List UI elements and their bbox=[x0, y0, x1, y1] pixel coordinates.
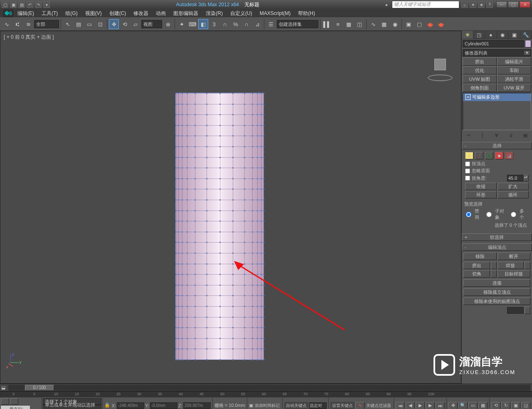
remove-button[interactable]: 移除 bbox=[463, 253, 497, 260]
percent-snap-icon[interactable]: % bbox=[231, 19, 241, 29]
schematic-icon[interactable]: ▦ bbox=[379, 19, 389, 29]
spinner-arrows-icon[interactable]: ▴▾ bbox=[524, 175, 529, 181]
chk-ignore-back[interactable] bbox=[465, 169, 470, 174]
time-ruler[interactable]: 0510152025303540455055606570758085909510… bbox=[0, 391, 532, 397]
menu-custom[interactable]: 自定义(U) bbox=[227, 9, 256, 18]
prev-frame-icon[interactable]: ◀ bbox=[406, 402, 415, 409]
scale-icon[interactable]: ▱ bbox=[131, 19, 140, 29]
nav-zoom-icon[interactable]: 🔍 bbox=[458, 402, 468, 409]
radio-multi[interactable] bbox=[511, 212, 516, 217]
angle-snap-icon[interactable]: ∩ bbox=[220, 19, 230, 29]
subobj-vertex-icon[interactable]: ∴ bbox=[465, 152, 473, 159]
editor-icon[interactable]: ☰ bbox=[266, 19, 276, 29]
add-time-tag[interactable]: 添加时间标记 bbox=[254, 403, 281, 409]
goto-start-icon[interactable]: ⏮ bbox=[396, 402, 405, 409]
remove-unused-button[interactable]: 移除未使用的贴图顶点 bbox=[463, 297, 530, 305]
modifier-stack[interactable]: +可编辑多边形 bbox=[463, 93, 531, 130]
tab-hierarchy-icon[interactable]: ♠ bbox=[485, 31, 497, 39]
menu-group[interactable]: 组(G) bbox=[62, 9, 81, 18]
move-icon[interactable]: ✥ bbox=[109, 19, 119, 29]
new-icon[interactable]: ▢ bbox=[2, 1, 8, 8]
weight-field[interactable] bbox=[507, 307, 524, 314]
mod-turbo-button[interactable]: 涡轮平滑 bbox=[497, 75, 531, 83]
render-frame-icon[interactable]: ▢ bbox=[414, 19, 424, 29]
keymode-combo[interactable]: 选定对 bbox=[309, 402, 327, 409]
listener-icon[interactable] bbox=[10, 398, 18, 405]
coord-z[interactable] bbox=[183, 402, 211, 409]
time-slider[interactable]: ⬓ 0 / 100 bbox=[0, 384, 532, 391]
connect-button[interactable]: 连接 bbox=[463, 279, 530, 287]
radio-subobj[interactable] bbox=[486, 212, 492, 217]
menu-create[interactable]: 创建(C) bbox=[106, 9, 130, 18]
help-search[interactable]: 键入关键字或短语 bbox=[392, 1, 459, 8]
weight-spin-icon[interactable] bbox=[525, 307, 530, 314]
coord-x[interactable] bbox=[117, 402, 144, 409]
mod-optimize-button[interactable]: 优化 bbox=[463, 66, 497, 74]
menu-view[interactable]: 视图(V) bbox=[82, 9, 105, 18]
tab-create-icon[interactable]: ✳ bbox=[462, 31, 473, 39]
coord-y[interactable] bbox=[150, 402, 177, 409]
minimize-button[interactable]: ─ bbox=[496, 1, 507, 8]
help-icon[interactable]: ? bbox=[486, 1, 493, 8]
keyboard-icon[interactable]: ⌨ bbox=[187, 19, 197, 29]
play-icon[interactable]: ▶ bbox=[416, 402, 425, 409]
chk-by-vertex[interactable] bbox=[465, 161, 470, 166]
menu-help[interactable]: 帮助(H) bbox=[295, 9, 318, 18]
curve-editor-icon[interactable]: ∿ bbox=[368, 19, 378, 29]
mod-lathe-button[interactable]: 车削 bbox=[497, 66, 531, 74]
configure-icon[interactable]: ▤ bbox=[522, 132, 529, 139]
viewport-label[interactable]: [ + 0 前 0 真实 + 边面 ] bbox=[4, 34, 54, 41]
shrink-button[interactable]: 收缩 bbox=[465, 183, 497, 190]
select-rect-icon[interactable]: ▭ bbox=[84, 19, 94, 29]
radio-disable[interactable] bbox=[466, 212, 471, 217]
render-setup-icon[interactable]: ▣ bbox=[404, 19, 414, 29]
stack-item[interactable]: +可编辑多边形 bbox=[463, 93, 531, 101]
weld-button[interactable]: 焊接 bbox=[498, 262, 524, 269]
app-menu-icon[interactable]: �S bbox=[3, 10, 13, 17]
loop-button[interactable]: 循环 bbox=[498, 191, 529, 198]
select-icon[interactable]: ↖ bbox=[63, 19, 73, 29]
more-icon[interactable]: ▾ bbox=[43, 1, 50, 8]
time-thumb[interactable]: 0 / 100 bbox=[25, 385, 54, 391]
key-icon[interactable]: ∿ bbox=[355, 402, 365, 409]
exchange-icon[interactable]: ✦ bbox=[470, 1, 476, 8]
tab-utilities-icon[interactable]: 🔧 bbox=[520, 31, 532, 39]
subobj-border-icon[interactable]: ◯ bbox=[485, 152, 493, 159]
nav-pan-icon[interactable]: ✥ bbox=[448, 402, 458, 409]
render-icon[interactable]: 🫖 bbox=[425, 19, 435, 29]
menu-anim[interactable]: 动画 bbox=[153, 9, 169, 18]
rollout-selection-head[interactable]: 选择 bbox=[462, 142, 532, 149]
maximize-button[interactable]: ▢ bbox=[508, 1, 519, 8]
cylinder-object[interactable] bbox=[175, 93, 264, 360]
ref-coord-combo[interactable]: 视图 bbox=[141, 20, 162, 28]
unlink-icon[interactable]: ⑆ bbox=[12, 19, 22, 29]
binoculars-icon[interactable]: ⌕ bbox=[461, 1, 468, 8]
snap3-icon[interactable]: 3 bbox=[209, 19, 219, 29]
sel-filter-combo[interactable]: 全部 bbox=[34, 20, 59, 28]
break-button[interactable]: 断开 bbox=[498, 253, 531, 260]
info-icon[interactable]: ▸ bbox=[386, 2, 392, 7]
named-selset-combo[interactable]: 创建选择集 bbox=[277, 20, 318, 28]
material-icon[interactable]: ◉ bbox=[390, 19, 400, 29]
menu-edit[interactable]: 编辑(E) bbox=[14, 9, 37, 18]
rotate-icon[interactable]: ⟲ bbox=[120, 19, 130, 29]
menu-render[interactable]: 渲染(R) bbox=[202, 9, 226, 18]
tab-motion-icon[interactable]: ◉ bbox=[497, 31, 509, 39]
tab-display-icon[interactable]: ▣ bbox=[509, 31, 520, 39]
manip-icon[interactable]: ✦ bbox=[177, 19, 187, 29]
menu-tools[interactable]: 工具(T) bbox=[38, 9, 61, 18]
nav-roll-icon[interactable]: ↻ bbox=[501, 402, 510, 409]
remove-iso-button[interactable]: 移除孤立顶点 bbox=[463, 288, 530, 296]
mod-uvwmap-button[interactable]: UVW 贴图 bbox=[463, 75, 497, 83]
extrude-opt-icon[interactable] bbox=[491, 262, 497, 269]
mod-extrude-button[interactable]: 挤出 bbox=[463, 57, 497, 66]
subobj-poly-icon[interactable]: ■ bbox=[495, 152, 503, 159]
mod-unwrap-button[interactable]: UVW 展开 bbox=[497, 84, 531, 92]
weld-opt-icon[interactable] bbox=[525, 262, 530, 269]
nav-fov-icon[interactable]: ▭ bbox=[468, 402, 478, 409]
menu-graph[interactable]: 图形编辑器 bbox=[170, 9, 202, 18]
remove-mod-icon[interactable]: ü bbox=[507, 132, 515, 139]
lock-icon[interactable]: 🔒 bbox=[104, 402, 111, 409]
pin-stack-icon[interactable]: ⊣ bbox=[465, 132, 472, 139]
subobj-element-icon[interactable]: ◪ bbox=[505, 152, 513, 159]
